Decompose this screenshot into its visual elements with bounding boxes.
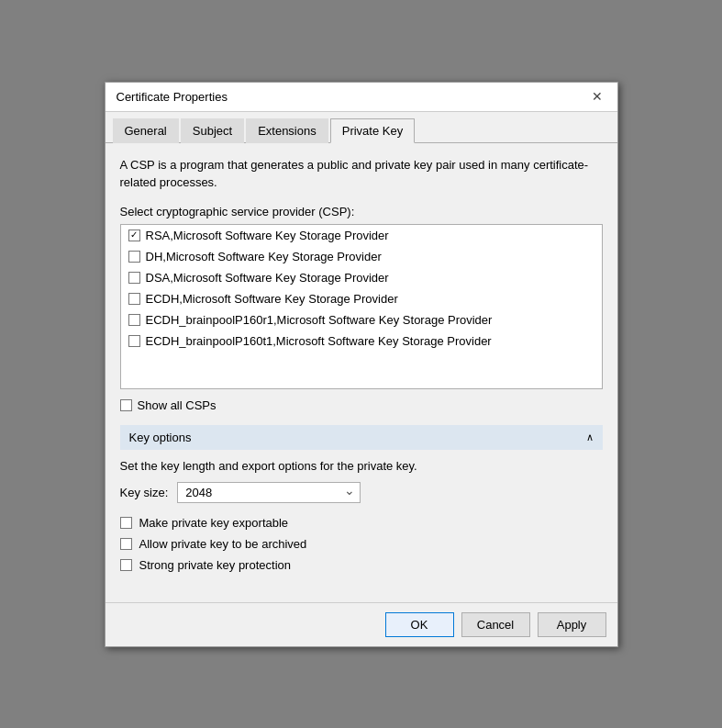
csp-section-label: Select cryptographic service provider (C… <box>120 205 603 218</box>
strong-protection-option: Strong private key protection <box>120 558 603 572</box>
csp-item-label-4: ECDH_brainpoolP160r1,Microsoft Software … <box>146 313 493 327</box>
title-bar: Certificate Properties ✕ <box>106 83 617 112</box>
tab-general[interactable]: General <box>113 118 179 143</box>
key-size-select-wrapper: 1024 2048 4096 <box>177 482 361 503</box>
make-exportable-checkbox[interactable] <box>120 517 132 529</box>
csp-item-label-3: ECDH,Microsoft Software Key Storage Prov… <box>146 292 398 306</box>
apply-button[interactable]: Apply <box>538 612 606 637</box>
strong-protection-checkbox[interactable] <box>120 559 132 571</box>
allow-archived-label: Allow private key to be archived <box>139 537 307 551</box>
ok-button[interactable]: OK <box>385 612 454 637</box>
key-options-title: Key options <box>129 431 192 444</box>
tab-content: A CSP is a program that generates a publ… <box>106 143 617 602</box>
show-all-csps-row: Show all CSPs <box>120 398 603 412</box>
tab-subject[interactable]: Subject <box>181 118 244 143</box>
key-size-row: Key size: 1024 2048 4096 <box>120 482 603 503</box>
strong-protection-label: Strong private key protection <box>139 558 291 572</box>
csp-item-label-5: ECDH_brainpoolP160t1,Microsoft Software … <box>146 334 492 348</box>
csp-checkbox-3[interactable] <box>128 293 140 305</box>
list-item[interactable]: ECDH_brainpoolP160t1,Microsoft Software … <box>121 330 602 352</box>
tab-bar: General Subject Extensions Private Key <box>106 112 617 143</box>
csp-item-label-0: RSA,Microsoft Software Key Storage Provi… <box>146 229 389 242</box>
csp-description: A CSP is a program that generates a publ… <box>120 156 603 192</box>
list-item[interactable]: DH,Microsoft Software Key Storage Provid… <box>121 246 602 267</box>
make-exportable-option: Make private key exportable <box>120 516 603 530</box>
tab-extensions[interactable]: Extensions <box>246 118 328 143</box>
button-row: OK Cancel Apply <box>106 602 617 646</box>
allow-archived-option: Allow private key to be archived <box>120 537 603 551</box>
csp-item-label-1: DH,Microsoft Software Key Storage Provid… <box>146 250 382 263</box>
certificate-properties-dialog: Certificate Properties ✕ General Subject… <box>105 82 618 647</box>
key-size-label: Key size: <box>120 486 169 499</box>
key-options-header[interactable]: Key options ∧ <box>120 425 603 450</box>
csp-checkbox-5[interactable] <box>128 335 140 347</box>
csp-list-box[interactable]: RSA,Microsoft Software Key Storage Provi… <box>120 224 603 389</box>
key-options-description: Set the key length and export options fo… <box>120 459 603 473</box>
csp-checkbox-1[interactable] <box>128 251 140 263</box>
list-item[interactable]: ECDH_brainpoolP160r1,Microsoft Software … <box>121 309 602 330</box>
tab-private-key[interactable]: Private Key <box>330 118 415 143</box>
csp-item-label-2: DSA,Microsoft Software Key Storage Provi… <box>146 271 389 285</box>
close-button[interactable]: ✕ <box>588 87 606 106</box>
cancel-button[interactable]: Cancel <box>461 612 530 637</box>
dialog-title: Certificate Properties <box>117 90 228 104</box>
list-item[interactable]: DSA,Microsoft Software Key Storage Provi… <box>121 267 602 288</box>
csp-checkbox-4[interactable] <box>128 314 140 326</box>
allow-archived-checkbox[interactable] <box>120 538 132 550</box>
show-all-csps-label: Show all CSPs <box>138 398 217 412</box>
key-size-select[interactable]: 1024 2048 4096 <box>177 482 361 503</box>
csp-checkbox-2[interactable] <box>128 272 140 284</box>
list-item[interactable]: ECDH,Microsoft Software Key Storage Prov… <box>121 288 602 309</box>
make-exportable-label: Make private key exportable <box>139 516 289 530</box>
show-all-csps-checkbox[interactable] <box>120 399 132 411</box>
csp-checkbox-0[interactable] <box>128 230 140 241</box>
list-item[interactable]: RSA,Microsoft Software Key Storage Provi… <box>121 225 602 246</box>
key-options-chevron-icon: ∧ <box>586 431 594 443</box>
